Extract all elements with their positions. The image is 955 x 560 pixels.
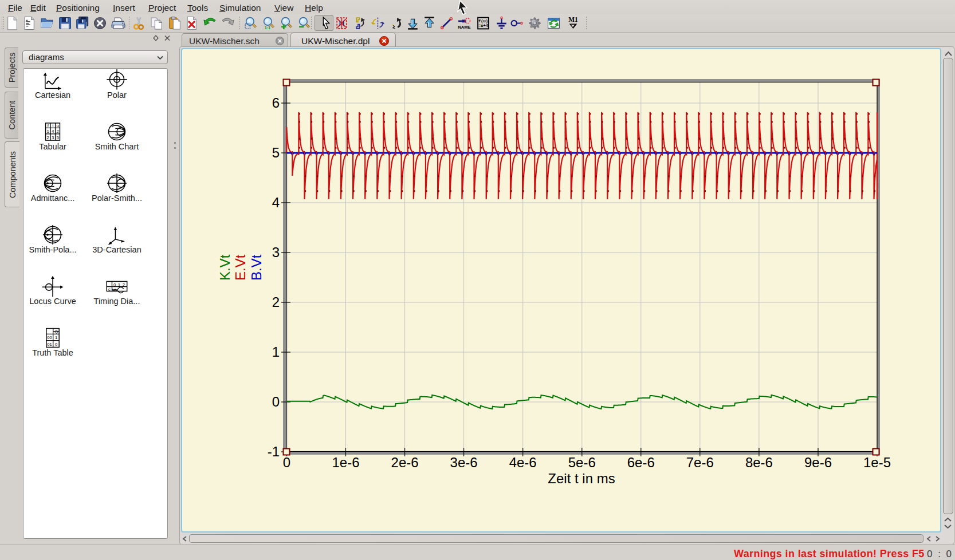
svg-text:E.Vt: E.Vt xyxy=(233,254,248,281)
svg-text:6: 6 xyxy=(272,95,280,111)
svg-text:-1: -1 xyxy=(268,444,280,459)
svg-text:K.Vt: K.Vt xyxy=(217,254,233,281)
svg-text:8e-6: 8e-6 xyxy=(745,455,773,470)
svg-text:3: 3 xyxy=(272,244,280,260)
svg-text:B.Vt: B.Vt xyxy=(249,254,264,281)
svg-text:Zeit t in ms: Zeit t in ms xyxy=(548,471,615,486)
svg-text:5: 5 xyxy=(272,145,280,160)
svg-text:2e-6: 2e-6 xyxy=(391,455,419,470)
svg-text:3e-6: 3e-6 xyxy=(450,455,478,470)
svg-text:2: 2 xyxy=(272,294,280,310)
svg-text:1e-6: 1e-6 xyxy=(332,455,359,470)
svg-text:5e-6: 5e-6 xyxy=(568,455,596,470)
svg-text:0: 0 xyxy=(283,455,290,470)
svg-text:4e-6: 4e-6 xyxy=(509,455,537,470)
svg-text:1: 1 xyxy=(272,344,280,360)
svg-text:7e-6: 7e-6 xyxy=(686,455,714,470)
svg-text:0: 0 xyxy=(272,394,280,409)
svg-text:6e-6: 6e-6 xyxy=(627,455,655,470)
svg-text:4: 4 xyxy=(272,195,280,210)
svg-text:1e-5: 1e-5 xyxy=(863,455,891,470)
svg-text:9e-6: 9e-6 xyxy=(804,455,832,470)
